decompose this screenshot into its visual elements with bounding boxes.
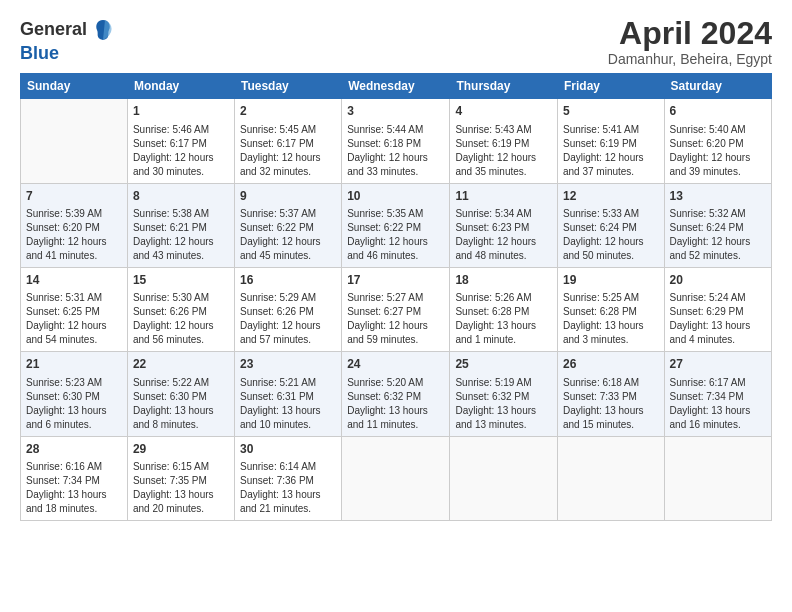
day-info: Sunrise: 6:17 AMSunset: 7:34 PMDaylight:… [670,376,766,432]
day-info: Sunrise: 5:35 AMSunset: 6:22 PMDaylight:… [347,207,444,263]
calendar-cell: 29Sunrise: 6:15 AMSunset: 7:35 PMDayligh… [127,436,234,520]
day-number: 2 [240,103,336,120]
calendar-cell: 30Sunrise: 6:14 AMSunset: 7:36 PMDayligh… [234,436,341,520]
logo-blue-text: Blue [20,44,117,64]
day-number: 20 [670,272,766,289]
day-number: 7 [26,188,122,205]
day-number: 3 [347,103,444,120]
location: Damanhur, Beheira, Egypt [608,51,772,67]
calendar-cell [450,436,558,520]
day-number: 5 [563,103,659,120]
day-number: 13 [670,188,766,205]
calendar-cell: 12Sunrise: 5:33 AMSunset: 6:24 PMDayligh… [557,183,664,267]
calendar-cell: 26Sunrise: 6:18 AMSunset: 7:33 PMDayligh… [557,352,664,436]
day-number: 24 [347,356,444,373]
day-info: Sunrise: 5:40 AMSunset: 6:20 PMDaylight:… [670,123,766,179]
calendar-cell: 11Sunrise: 5:34 AMSunset: 6:23 PMDayligh… [450,183,558,267]
calendar-week-row: 7Sunrise: 5:39 AMSunset: 6:20 PMDaylight… [21,183,772,267]
calendar-cell: 5Sunrise: 5:41 AMSunset: 6:19 PMDaylight… [557,99,664,183]
calendar-cell: 18Sunrise: 5:26 AMSunset: 6:28 PMDayligh… [450,267,558,351]
day-number: 23 [240,356,336,373]
day-info: Sunrise: 5:46 AMSunset: 6:17 PMDaylight:… [133,123,229,179]
day-number: 1 [133,103,229,120]
calendar-cell: 20Sunrise: 5:24 AMSunset: 6:29 PMDayligh… [664,267,771,351]
day-info: Sunrise: 6:14 AMSunset: 7:36 PMDaylight:… [240,460,336,516]
calendar-cell: 1Sunrise: 5:46 AMSunset: 6:17 PMDaylight… [127,99,234,183]
day-number: 19 [563,272,659,289]
calendar-cell: 14Sunrise: 5:31 AMSunset: 6:25 PMDayligh… [21,267,128,351]
day-number: 22 [133,356,229,373]
day-info: Sunrise: 5:31 AMSunset: 6:25 PMDaylight:… [26,291,122,347]
calendar-cell [664,436,771,520]
day-number: 11 [455,188,552,205]
day-info: Sunrise: 5:23 AMSunset: 6:30 PMDaylight:… [26,376,122,432]
day-info: Sunrise: 6:18 AMSunset: 7:33 PMDaylight:… [563,376,659,432]
calendar-cell: 19Sunrise: 5:25 AMSunset: 6:28 PMDayligh… [557,267,664,351]
calendar-cell: 22Sunrise: 5:22 AMSunset: 6:30 PMDayligh… [127,352,234,436]
weekday-header-sunday: Sunday [21,74,128,99]
day-info: Sunrise: 5:24 AMSunset: 6:29 PMDaylight:… [670,291,766,347]
calendar-cell: 15Sunrise: 5:30 AMSunset: 6:26 PMDayligh… [127,267,234,351]
month-title: April 2024 [608,16,772,51]
calendar-cell: 28Sunrise: 6:16 AMSunset: 7:34 PMDayligh… [21,436,128,520]
day-number: 26 [563,356,659,373]
day-info: Sunrise: 5:41 AMSunset: 6:19 PMDaylight:… [563,123,659,179]
calendar-cell: 2Sunrise: 5:45 AMSunset: 6:17 PMDaylight… [234,99,341,183]
logo-icon [89,16,117,44]
day-number: 21 [26,356,122,373]
day-info: Sunrise: 5:39 AMSunset: 6:20 PMDaylight:… [26,207,122,263]
weekday-header-friday: Friday [557,74,664,99]
logo-general-text: General [20,20,87,40]
calendar-cell: 13Sunrise: 5:32 AMSunset: 6:24 PMDayligh… [664,183,771,267]
main-container: General Blue April 2024 Damanhur, Beheir… [0,0,792,531]
calendar-cell: 4Sunrise: 5:43 AMSunset: 6:19 PMDaylight… [450,99,558,183]
calendar-cell: 21Sunrise: 5:23 AMSunset: 6:30 PMDayligh… [21,352,128,436]
day-info: Sunrise: 5:38 AMSunset: 6:21 PMDaylight:… [133,207,229,263]
calendar-cell [21,99,128,183]
day-info: Sunrise: 5:26 AMSunset: 6:28 PMDaylight:… [455,291,552,347]
calendar-week-row: 1Sunrise: 5:46 AMSunset: 6:17 PMDaylight… [21,99,772,183]
weekday-header-wednesday: Wednesday [342,74,450,99]
day-info: Sunrise: 5:32 AMSunset: 6:24 PMDaylight:… [670,207,766,263]
day-number: 29 [133,441,229,458]
day-info: Sunrise: 5:33 AMSunset: 6:24 PMDaylight:… [563,207,659,263]
calendar-cell: 6Sunrise: 5:40 AMSunset: 6:20 PMDaylight… [664,99,771,183]
day-info: Sunrise: 6:15 AMSunset: 7:35 PMDaylight:… [133,460,229,516]
day-info: Sunrise: 5:37 AMSunset: 6:22 PMDaylight:… [240,207,336,263]
calendar-cell: 3Sunrise: 5:44 AMSunset: 6:18 PMDaylight… [342,99,450,183]
day-number: 8 [133,188,229,205]
day-number: 28 [26,441,122,458]
calendar-cell: 8Sunrise: 5:38 AMSunset: 6:21 PMDaylight… [127,183,234,267]
weekday-header-tuesday: Tuesday [234,74,341,99]
day-info: Sunrise: 5:30 AMSunset: 6:26 PMDaylight:… [133,291,229,347]
calendar-cell: 16Sunrise: 5:29 AMSunset: 6:26 PMDayligh… [234,267,341,351]
calendar-cell [557,436,664,520]
day-number: 27 [670,356,766,373]
calendar-week-row: 28Sunrise: 6:16 AMSunset: 7:34 PMDayligh… [21,436,772,520]
calendar-week-row: 14Sunrise: 5:31 AMSunset: 6:25 PMDayligh… [21,267,772,351]
calendar-cell: 9Sunrise: 5:37 AMSunset: 6:22 PMDaylight… [234,183,341,267]
day-info: Sunrise: 5:25 AMSunset: 6:28 PMDaylight:… [563,291,659,347]
calendar-cell: 25Sunrise: 5:19 AMSunset: 6:32 PMDayligh… [450,352,558,436]
day-info: Sunrise: 5:45 AMSunset: 6:17 PMDaylight:… [240,123,336,179]
day-number: 4 [455,103,552,120]
header: General Blue April 2024 Damanhur, Beheir… [20,16,772,67]
day-info: Sunrise: 5:34 AMSunset: 6:23 PMDaylight:… [455,207,552,263]
day-info: Sunrise: 5:43 AMSunset: 6:19 PMDaylight:… [455,123,552,179]
weekday-header-thursday: Thursday [450,74,558,99]
calendar-cell [342,436,450,520]
day-number: 14 [26,272,122,289]
day-number: 18 [455,272,552,289]
day-number: 10 [347,188,444,205]
day-number: 16 [240,272,336,289]
day-info: Sunrise: 5:29 AMSunset: 6:26 PMDaylight:… [240,291,336,347]
day-info: Sunrise: 5:20 AMSunset: 6:32 PMDaylight:… [347,376,444,432]
title-block: April 2024 Damanhur, Beheira, Egypt [608,16,772,67]
day-number: 12 [563,188,659,205]
calendar-header-row: SundayMondayTuesdayWednesdayThursdayFrid… [21,74,772,99]
day-number: 30 [240,441,336,458]
day-number: 17 [347,272,444,289]
day-number: 9 [240,188,336,205]
day-info: Sunrise: 5:27 AMSunset: 6:27 PMDaylight:… [347,291,444,347]
day-number: 25 [455,356,552,373]
